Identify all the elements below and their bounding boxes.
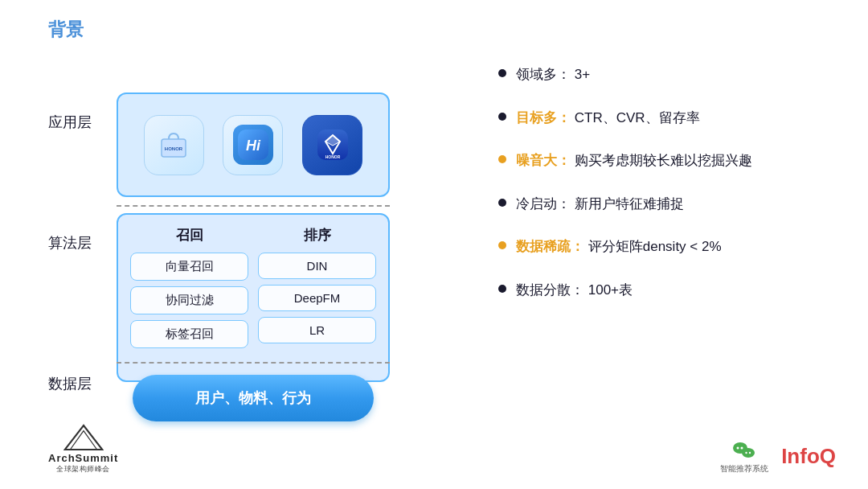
layer-label-algo: 算法层 [48,233,92,253]
archsummit-brand: ArchSummit [48,452,118,464]
bullet-scattered: 数据分散： 100+表 [498,280,836,301]
page-title: 背景 [48,19,84,39]
data-layer-box: 用户、物料、行为 [117,370,390,426]
bullet-text-4: 冷启动： 新用户特征难捕捉 [516,194,684,215]
svg-point-15 [745,452,747,454]
bottom-left: ArchSummit 全球架构师峰会 [48,423,118,475]
algo-item-tag-recall: 标签召回 [130,320,248,348]
dashed-divider-1 [117,205,390,207]
svg-point-16 [749,452,751,454]
hihonor-icon: Hi [223,115,283,175]
bullet-prefix-4: 冷启动： [516,196,571,212]
honor-diamond-icon: HONOR [302,115,362,175]
bullet-dot-4 [498,199,506,207]
bullet-value-2: CTR、CVR、留存率 [575,110,700,125]
layer-label-data: 数据层 [48,374,92,393]
bullet-dot-2 [498,113,506,121]
rank-column: 排序 DIN DeepFM LR [258,223,376,372]
hi-svg: Hi [238,129,268,160]
bullet-text-6: 数据分散： 100+表 [516,280,633,301]
bullet-prefix-2: 目标多： [516,110,571,125]
svg-marker-8 [64,425,102,450]
layer-label-app: 应用层 [48,113,92,132]
bullet-dot-5 [498,241,506,249]
bullet-targets: 目标多： CTR、CVR、留存率 [498,108,836,129]
algo-layer-box: 召回 向量召回 协同过滤 标签召回 排序 DIN DeepFM LR [117,213,390,382]
diamond-svg: HONOR [317,129,348,160]
bullet-text-5: 数据稀疏： 评分矩阵density < 2% [516,236,722,257]
bullet-text-1: 领域多： 3+ [516,64,590,85]
algo-item-deepfm: DeepFM [258,285,376,311]
archsummit-svg [63,423,104,452]
archsummit-logo: ArchSummit 全球架构师峰会 [48,423,118,475]
bullet-dot-3 [498,155,506,163]
bullet-text-2: 目标多： CTR、CVR、留存率 [516,108,700,129]
svg-point-12 [737,447,739,450]
svg-text:Hi: Hi [246,138,261,154]
title-section: 背景 [48,18,84,42]
bullet-dot-6 [498,285,506,293]
archsummit-sub: 全球架构师峰会 [56,464,110,475]
wechat-label: 智能推荐系统 [720,463,768,475]
hi-letter: Hi [233,125,273,165]
bullet-value-4: 新用户特征难捕捉 [575,196,684,212]
infoq-logo: InfoQ [781,444,836,469]
bullet-value-3: 购买考虑期较长难以挖掘兴趣 [575,153,752,168]
algo-item-lr: LR [258,317,376,343]
rank-title: 排序 [304,226,331,244]
diagram-area: 应用层 算法层 数据层 HONOR [48,48,474,418]
svg-text:HONOR: HONOR [325,154,340,159]
recall-column: 召回 向量召回 协同过滤 标签召回 [130,223,248,372]
honor-shop-icon: HONOR [144,115,204,175]
bullet-prefix-6: 数据分散： [516,282,584,298]
bullet-coldstart: 冷启动： 新用户特征难捕捉 [498,194,836,215]
data-cylinder: 用户、物料、行为 [133,375,374,421]
svg-text:HONOR: HONOR [165,146,183,151]
bottom-right: 智能推荐系统 InfoQ [720,438,836,475]
bullet-domains: 领域多： 3+ [498,64,836,85]
bullet-sparse: 数据稀疏： 评分矩阵density < 2% [498,236,836,257]
dashed-divider-2 [117,362,390,364]
page: 背景 应用层 算法层 数据层 HONOR [0,0,868,489]
bullet-dot-1 [498,69,506,77]
recall-title: 召回 [176,226,203,244]
svg-marker-9 [70,431,96,450]
bag-svg: HONOR [158,129,189,160]
bullet-value-1: 3+ [575,67,590,82]
infoq-brand: InfoQ [781,444,836,469]
svg-point-14 [742,448,755,458]
bullet-value-6: 100+表 [588,282,633,298]
svg-point-13 [741,447,743,450]
bullet-value-5: 评分矩阵density < 2% [588,239,722,254]
algo-item-collab-filter: 协同过滤 [130,286,248,314]
bullet-text-3: 噪音大： 购买考虑期较长难以挖掘兴趣 [516,150,752,171]
app-layer-box: HONOR Hi [117,92,390,197]
algo-columns: 召回 向量召回 协同过滤 标签召回 排序 DIN DeepFM LR [130,223,376,372]
algo-item-vector-recall: 向量召回 [130,253,248,281]
bullet-prefix-5: 数据稀疏： [516,239,584,254]
bullet-prefix-3: 噪音大： [516,153,571,168]
wechat-section: 智能推荐系统 [720,438,768,475]
bullet-prefix-1: 领域多： [516,67,571,82]
wechat-icon [731,438,757,463]
right-panel: 领域多： 3+ 目标多： CTR、CVR、留存率 噪音大： 购买考虑期较长难以挖… [498,64,836,323]
bullet-noise: 噪音大： 购买考虑期较长难以挖掘兴趣 [498,150,836,171]
algo-item-din: DIN [258,253,376,279]
